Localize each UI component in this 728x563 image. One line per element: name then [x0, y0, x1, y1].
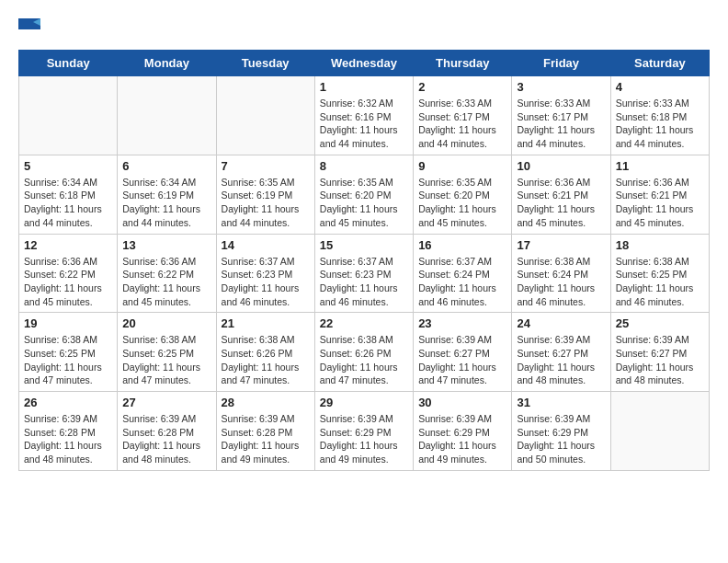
- day-info: Sunrise: 6:35 AMSunset: 6:20 PMDaylight:…: [418, 176, 506, 230]
- weekday-header-monday: Monday: [118, 51, 216, 76]
- calendar-cell: 5Sunrise: 6:34 AMSunset: 6:18 PMDaylight…: [19, 155, 118, 234]
- calendar-week-2: 5Sunrise: 6:34 AMSunset: 6:18 PMDaylight…: [19, 155, 710, 234]
- logo: [18, 18, 44, 40]
- calendar-cell: 13Sunrise: 6:36 AMSunset: 6:22 PMDayligh…: [118, 234, 216, 313]
- weekday-header-row: SundayMondayTuesdayWednesdayThursdayFrid…: [19, 51, 710, 76]
- calendar: SundayMondayTuesdayWednesdayThursdayFrid…: [18, 50, 710, 471]
- day-number: 16: [418, 238, 506, 252]
- day-number: 27: [122, 396, 210, 409]
- calendar-cell: [118, 76, 216, 155]
- day-number: 9: [418, 159, 506, 173]
- day-info: Sunrise: 6:39 AMSunset: 6:29 PMDaylight:…: [517, 412, 605, 466]
- day-number: 4: [616, 80, 704, 94]
- day-number: 8: [320, 159, 408, 173]
- calendar-cell: 6Sunrise: 6:34 AMSunset: 6:19 PMDaylight…: [118, 155, 216, 234]
- day-info: Sunrise: 6:35 AMSunset: 6:20 PMDaylight:…: [320, 176, 408, 230]
- calendar-body: 1Sunrise: 6:32 AMSunset: 6:16 PMDaylight…: [19, 76, 710, 471]
- day-info: Sunrise: 6:37 AMSunset: 6:24 PMDaylight:…: [418, 255, 506, 309]
- day-info: Sunrise: 6:33 AMSunset: 6:17 PMDaylight:…: [418, 97, 506, 151]
- calendar-cell: 1Sunrise: 6:32 AMSunset: 6:16 PMDaylight…: [314, 76, 413, 155]
- calendar-week-1: 1Sunrise: 6:32 AMSunset: 6:16 PMDaylight…: [19, 76, 710, 155]
- day-number: 26: [24, 396, 112, 409]
- calendar-cell: [610, 392, 709, 471]
- calendar-cell: 21Sunrise: 6:38 AMSunset: 6:26 PMDayligh…: [216, 313, 314, 392]
- day-number: 7: [222, 159, 310, 173]
- day-number: 3: [517, 80, 605, 94]
- day-number: 5: [24, 159, 112, 173]
- calendar-cell: 23Sunrise: 6:39 AMSunset: 6:27 PMDayligh…: [414, 313, 512, 392]
- day-number: 30: [418, 396, 506, 409]
- day-number: 1: [320, 80, 408, 94]
- weekday-header-saturday: Saturday: [610, 51, 709, 76]
- calendar-cell: 22Sunrise: 6:38 AMSunset: 6:26 PMDayligh…: [314, 313, 413, 392]
- calendar-cell: [19, 76, 118, 155]
- calendar-cell: 11Sunrise: 6:36 AMSunset: 6:21 PMDayligh…: [610, 155, 709, 234]
- day-number: 2: [418, 80, 506, 94]
- calendar-cell: 8Sunrise: 6:35 AMSunset: 6:20 PMDaylight…: [314, 155, 413, 234]
- day-number: 20: [122, 316, 210, 330]
- day-info: Sunrise: 6:39 AMSunset: 6:28 PMDaylight:…: [24, 412, 112, 466]
- day-number: 19: [24, 316, 112, 330]
- day-info: Sunrise: 6:39 AMSunset: 6:27 PMDaylight:…: [418, 333, 506, 387]
- day-info: Sunrise: 6:33 AMSunset: 6:17 PMDaylight:…: [517, 97, 605, 151]
- calendar-cell: [216, 76, 314, 155]
- day-number: 11: [616, 159, 704, 173]
- day-number: 31: [517, 396, 605, 409]
- day-number: 28: [222, 396, 310, 409]
- calendar-cell: 7Sunrise: 6:35 AMSunset: 6:19 PMDaylight…: [216, 155, 314, 234]
- day-info: Sunrise: 6:38 AMSunset: 6:25 PMDaylight:…: [616, 255, 704, 309]
- day-info: Sunrise: 6:37 AMSunset: 6:23 PMDaylight:…: [222, 255, 310, 309]
- calendar-week-4: 19Sunrise: 6:38 AMSunset: 6:25 PMDayligh…: [19, 313, 710, 392]
- day-info: Sunrise: 6:36 AMSunset: 6:21 PMDaylight:…: [616, 176, 704, 230]
- day-info: Sunrise: 6:37 AMSunset: 6:23 PMDaylight:…: [320, 255, 408, 309]
- calendar-cell: 17Sunrise: 6:38 AMSunset: 6:24 PMDayligh…: [512, 234, 610, 313]
- day-number: 29: [320, 396, 408, 409]
- day-info: Sunrise: 6:35 AMSunset: 6:19 PMDaylight:…: [222, 176, 310, 230]
- day-number: 13: [122, 238, 210, 252]
- day-number: 12: [24, 238, 112, 252]
- weekday-header-thursday: Thursday: [414, 51, 512, 76]
- weekday-header-friday: Friday: [512, 51, 610, 76]
- calendar-week-3: 12Sunrise: 6:36 AMSunset: 6:22 PMDayligh…: [19, 234, 710, 313]
- calendar-cell: 27Sunrise: 6:39 AMSunset: 6:28 PMDayligh…: [118, 392, 216, 471]
- calendar-cell: 12Sunrise: 6:36 AMSunset: 6:22 PMDayligh…: [19, 234, 118, 313]
- day-info: Sunrise: 6:33 AMSunset: 6:18 PMDaylight:…: [616, 97, 704, 151]
- calendar-cell: 18Sunrise: 6:38 AMSunset: 6:25 PMDayligh…: [610, 234, 709, 313]
- weekday-header-tuesday: Tuesday: [216, 51, 314, 76]
- calendar-cell: 9Sunrise: 6:35 AMSunset: 6:20 PMDaylight…: [414, 155, 512, 234]
- day-info: Sunrise: 6:39 AMSunset: 6:28 PMDaylight:…: [222, 412, 310, 466]
- day-number: 18: [616, 238, 704, 252]
- calendar-cell: 4Sunrise: 6:33 AMSunset: 6:18 PMDaylight…: [610, 76, 709, 155]
- day-info: Sunrise: 6:34 AMSunset: 6:19 PMDaylight:…: [122, 176, 210, 230]
- day-info: Sunrise: 6:38 AMSunset: 6:26 PMDaylight:…: [222, 333, 310, 387]
- calendar-cell: 2Sunrise: 6:33 AMSunset: 6:17 PMDaylight…: [414, 76, 512, 155]
- page-header: [18, 18, 710, 40]
- calendar-cell: 29Sunrise: 6:39 AMSunset: 6:29 PMDayligh…: [314, 392, 413, 471]
- day-number: 21: [222, 316, 310, 330]
- day-info: Sunrise: 6:39 AMSunset: 6:29 PMDaylight:…: [320, 412, 408, 466]
- day-info: Sunrise: 6:39 AMSunset: 6:28 PMDaylight:…: [122, 412, 210, 466]
- day-number: 15: [320, 238, 408, 252]
- day-info: Sunrise: 6:39 AMSunset: 6:29 PMDaylight:…: [418, 412, 506, 466]
- day-number: 23: [418, 316, 506, 330]
- calendar-cell: 26Sunrise: 6:39 AMSunset: 6:28 PMDayligh…: [19, 392, 118, 471]
- day-info: Sunrise: 6:38 AMSunset: 6:24 PMDaylight:…: [517, 255, 605, 309]
- day-info: Sunrise: 6:38 AMSunset: 6:25 PMDaylight:…: [24, 333, 112, 387]
- day-info: Sunrise: 6:36 AMSunset: 6:22 PMDaylight:…: [24, 255, 112, 309]
- day-info: Sunrise: 6:36 AMSunset: 6:22 PMDaylight:…: [122, 255, 210, 309]
- day-number: 14: [222, 238, 310, 252]
- day-info: Sunrise: 6:36 AMSunset: 6:21 PMDaylight:…: [517, 176, 605, 230]
- calendar-week-5: 26Sunrise: 6:39 AMSunset: 6:28 PMDayligh…: [19, 392, 710, 471]
- weekday-header-sunday: Sunday: [19, 51, 118, 76]
- calendar-cell: 24Sunrise: 6:39 AMSunset: 6:27 PMDayligh…: [512, 313, 610, 392]
- weekday-header-wednesday: Wednesday: [314, 51, 413, 76]
- calendar-cell: 31Sunrise: 6:39 AMSunset: 6:29 PMDayligh…: [512, 392, 610, 471]
- day-info: Sunrise: 6:38 AMSunset: 6:25 PMDaylight:…: [122, 333, 210, 387]
- day-info: Sunrise: 6:39 AMSunset: 6:27 PMDaylight:…: [517, 333, 605, 387]
- day-info: Sunrise: 6:32 AMSunset: 6:16 PMDaylight:…: [320, 97, 408, 151]
- day-info: Sunrise: 6:39 AMSunset: 6:27 PMDaylight:…: [616, 333, 704, 387]
- calendar-cell: 14Sunrise: 6:37 AMSunset: 6:23 PMDayligh…: [216, 234, 314, 313]
- calendar-cell: 16Sunrise: 6:37 AMSunset: 6:24 PMDayligh…: [414, 234, 512, 313]
- day-number: 22: [320, 316, 408, 330]
- day-number: 25: [616, 316, 704, 330]
